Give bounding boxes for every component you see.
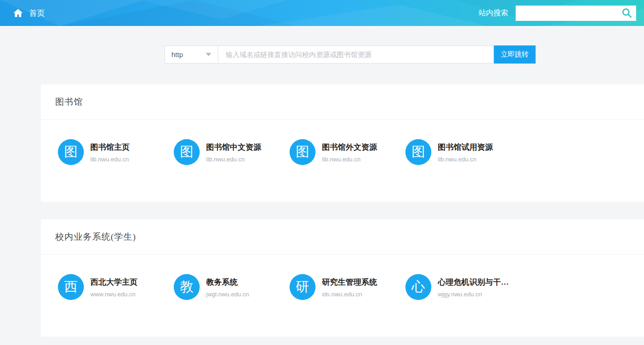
link-card-icon: 教 bbox=[174, 274, 200, 300]
link-card-title: 教务系统 bbox=[206, 277, 249, 288]
chevron-down-icon bbox=[206, 53, 211, 56]
nav-home[interactable]: 首页 bbox=[13, 8, 45, 19]
link-card-title: 图书馆主页 bbox=[90, 142, 130, 153]
link-card-title: 心理危机识别与干… bbox=[438, 277, 509, 288]
link-card-url: ids.nwu.edu.cn bbox=[322, 291, 377, 298]
link-card-icon: 研 bbox=[290, 274, 316, 300]
link-card-texts: 图书馆主页 lib.nwu.edu.cn bbox=[90, 142, 130, 163]
top-navbar: 首页 站内搜索 bbox=[0, 0, 644, 26]
section-title: 图书馆 bbox=[41, 84, 644, 120]
section-card-grid: 西 西北大学主页 www.nwu.edu.cn 教 教务系统 jwgl.nwu.… bbox=[41, 255, 644, 337]
url-jump-bar: http 立即跳转 bbox=[164, 45, 644, 64]
link-card-texts: 研究生管理系统 ids.nwu.edu.cn bbox=[322, 277, 377, 298]
link-card-icon: 西 bbox=[58, 274, 84, 300]
link-card-url: wjgy.nwu.edu.cn bbox=[438, 291, 509, 298]
site-search-area: 站内搜索 bbox=[479, 6, 636, 21]
link-card-title: 图书馆外文资源 bbox=[322, 142, 377, 153]
link-card-icon: 图 bbox=[290, 139, 316, 165]
link-card-icon: 图 bbox=[58, 139, 84, 165]
nav-home-label: 首页 bbox=[29, 8, 45, 19]
site-search-label: 站内搜索 bbox=[479, 8, 508, 18]
section-card-grid: 图 图书馆主页 lib.nwu.edu.cn 图 图书馆中文资源 lib.nwu… bbox=[41, 120, 644, 202]
jump-url-input[interactable] bbox=[218, 45, 494, 64]
jump-button[interactable]: 立即跳转 bbox=[494, 45, 536, 64]
link-card-url: www.nwu.edu.cn bbox=[90, 291, 138, 298]
link-card-icon: 图 bbox=[174, 139, 200, 165]
link-card-url: lib.nwu.edu.cn bbox=[90, 156, 130, 163]
link-card[interactable]: 教 教务系统 jwgl.nwu.edu.cn bbox=[174, 274, 285, 300]
section-title: 校内业务系统(学生) bbox=[41, 219, 644, 255]
link-card-title: 图书馆试用资源 bbox=[438, 142, 493, 153]
link-card[interactable]: 图 图书馆中文资源 lib.nwu.edu.cn bbox=[174, 139, 285, 165]
search-icon[interactable] bbox=[621, 7, 632, 19]
link-card-texts: 图书馆中文资源 lib.nwu.edu.cn bbox=[206, 142, 261, 163]
link-card-texts: 心理危机识别与干… wjgy.nwu.edu.cn bbox=[438, 277, 509, 298]
protocol-select[interactable]: http bbox=[164, 45, 218, 64]
link-card[interactable]: 研 研究生管理系统 ids.nwu.edu.cn bbox=[290, 274, 401, 300]
link-card[interactable]: 心 心理危机识别与干… wjgy.nwu.edu.cn bbox=[405, 274, 517, 300]
link-card-texts: 教务系统 jwgl.nwu.edu.cn bbox=[206, 277, 249, 298]
link-card[interactable]: 图 图书馆试用资源 lib.nwu.edu.cn bbox=[405, 139, 517, 165]
link-card-title: 图书馆中文资源 bbox=[206, 142, 261, 153]
link-card[interactable]: 西 西北大学主页 www.nwu.edu.cn bbox=[58, 274, 169, 300]
link-card-texts: 图书馆外文资源 lib.nwu.edu.cn bbox=[322, 142, 377, 163]
link-card-icon: 心 bbox=[405, 274, 431, 300]
site-search-box bbox=[516, 6, 636, 21]
link-card-texts: 图书馆试用资源 lib.nwu.edu.cn bbox=[438, 142, 493, 163]
link-card[interactable]: 图 图书馆主页 lib.nwu.edu.cn bbox=[58, 139, 169, 165]
link-card[interactable]: 图 图书馆外文资源 lib.nwu.edu.cn bbox=[290, 139, 401, 165]
link-card-url: lib.nwu.edu.cn bbox=[206, 156, 261, 163]
section-panel: 校内业务系统(学生) 西 西北大学主页 www.nwu.edu.cn 教 教务系… bbox=[41, 219, 644, 337]
link-card-texts: 西北大学主页 www.nwu.edu.cn bbox=[90, 277, 138, 298]
link-card-title: 研究生管理系统 bbox=[322, 277, 377, 288]
sections-container: 图书馆 图 图书馆主页 lib.nwu.edu.cn 图 图书馆中文资源 lib… bbox=[0, 84, 644, 337]
protocol-select-value: http bbox=[171, 51, 183, 58]
link-card-title: 西北大学主页 bbox=[90, 277, 138, 288]
home-icon bbox=[13, 8, 23, 18]
section-panel: 图书馆 图 图书馆主页 lib.nwu.edu.cn 图 图书馆中文资源 lib… bbox=[41, 84, 644, 202]
link-card-icon: 图 bbox=[405, 139, 431, 165]
link-card-url: lib.nwu.edu.cn bbox=[438, 156, 493, 163]
site-search-input[interactable] bbox=[516, 6, 621, 21]
link-card-url: jwgl.nwu.edu.cn bbox=[206, 291, 249, 298]
link-card-url: lib.nwu.edu.cn bbox=[322, 156, 377, 163]
